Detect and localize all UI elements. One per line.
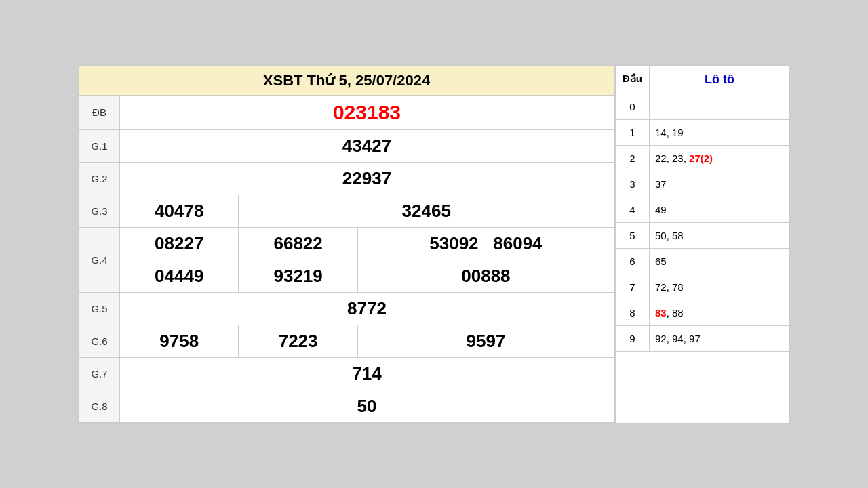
prize-value: 714 xyxy=(120,357,614,390)
loto-dau-cell: 7 xyxy=(616,274,650,300)
loto-numbers-cell: 65 xyxy=(650,249,789,274)
prize-value: 50 xyxy=(120,390,614,422)
prize-value: 00888 xyxy=(357,260,614,292)
loto-row: 772, 78 xyxy=(616,274,789,300)
table-row: G.8 50 xyxy=(79,390,614,422)
prize-value: 43427 xyxy=(120,129,614,162)
prize-value: 04449 xyxy=(120,260,239,292)
prize-value: 22937 xyxy=(120,162,614,195)
prize-value: 9758 xyxy=(120,325,239,357)
loto-dau-cell: 8 xyxy=(616,300,650,325)
loto-row: 992, 94, 97 xyxy=(616,326,789,352)
table-row: G.7 714 xyxy=(79,357,614,390)
prize-value: 53092 86094 xyxy=(357,227,614,260)
loto-dau-cell: 5 xyxy=(616,223,650,248)
loto-dau-cell: 0 xyxy=(616,94,650,119)
prize-label: G.3 xyxy=(79,195,120,227)
loto-numbers-cell: 83, 88 xyxy=(650,300,789,325)
table-row: G.1 43427 xyxy=(79,129,614,162)
prize-value: 32465 xyxy=(239,195,614,227)
loto-numbers-cell: 14, 19 xyxy=(650,120,789,145)
loto-section: Đầu Lô tô 0114, 19222, 23, 27(2)33744955… xyxy=(614,66,789,423)
loto-dau-cell: 1 xyxy=(616,120,650,145)
prize-value: 66822 xyxy=(239,227,357,260)
prize-value: 8772 xyxy=(120,292,614,325)
loto-dau-cell: 4 xyxy=(616,197,650,222)
loto-dau-header: Đầu xyxy=(616,66,650,94)
loto-row: 883, 88 xyxy=(616,300,789,326)
prize-label: G.5 xyxy=(79,292,120,325)
loto-dau-cell: 2 xyxy=(616,146,650,171)
loto-row: 222, 23, 27(2) xyxy=(616,146,789,171)
prize-value: 93219 xyxy=(239,260,357,292)
table-row: G.2 22937 xyxy=(79,162,614,195)
main-container: XSBT Thứ 5, 25/07/2024 ĐB 023183 G.1 434… xyxy=(78,65,790,424)
red-number: 27(2) xyxy=(689,152,713,164)
prize-value: 7223 xyxy=(239,325,357,357)
prize-label: G.7 xyxy=(79,357,120,390)
loto-numbers-cell: 50, 58 xyxy=(650,223,789,248)
loto-row: 550, 58 xyxy=(616,223,789,249)
red-number: 83 xyxy=(655,307,667,319)
loto-numbers-cell: 72, 78 xyxy=(650,274,789,300)
prize-label: G.2 xyxy=(79,162,120,195)
loto-row: 665 xyxy=(616,249,789,274)
prize-value: 023183 xyxy=(120,95,614,129)
prize-label: G.6 xyxy=(79,325,120,357)
table-row: G.4 08227 66822 53092 86094 xyxy=(79,227,614,260)
loto-numbers-cell: 92, 94, 97 xyxy=(650,326,789,351)
prize-value: 9597 xyxy=(357,325,614,357)
table-row: ĐB 023183 xyxy=(79,95,614,129)
prize-label: ĐB xyxy=(79,95,120,129)
loto-dau-cell: 3 xyxy=(616,171,650,197)
loto-rows: 0114, 19222, 23, 27(2)337449550, 5866577… xyxy=(616,94,789,352)
table-header: XSBT Thứ 5, 25/07/2024 xyxy=(79,66,614,95)
loto-row: 449 xyxy=(616,197,789,223)
table-row: G.5 8772 xyxy=(79,292,614,325)
loto-numbers-cell: 49 xyxy=(650,197,789,222)
loto-numbers-cell: 22, 23, 27(2) xyxy=(650,146,789,171)
prize-value: 40478 xyxy=(120,195,239,227)
table-row: G.6 9758 7223 9597 xyxy=(79,325,614,357)
prize-label: G.4 xyxy=(79,227,120,292)
prize-label: G.1 xyxy=(79,129,120,162)
prizes-table: XSBT Thứ 5, 25/07/2024 ĐB 023183 G.1 434… xyxy=(79,66,614,423)
loto-row: 337 xyxy=(616,171,789,197)
loto-numbers-cell xyxy=(650,94,789,119)
prize-value: 08227 xyxy=(120,227,239,260)
table-row: G.3 40478 32465 xyxy=(79,195,614,227)
loto-numbers-cell: 37 xyxy=(650,171,789,197)
table-row: 04449 93219 00888 xyxy=(79,260,614,292)
loto-row: 0 xyxy=(616,94,789,120)
prize-label: G.8 xyxy=(79,390,120,422)
loto-dau-cell: 9 xyxy=(616,326,650,351)
loto-title-header: Lô tô xyxy=(650,66,789,94)
loto-header: Đầu Lô tô xyxy=(616,66,789,94)
loto-dau-cell: 6 xyxy=(616,249,650,274)
loto-row: 114, 19 xyxy=(616,120,789,146)
